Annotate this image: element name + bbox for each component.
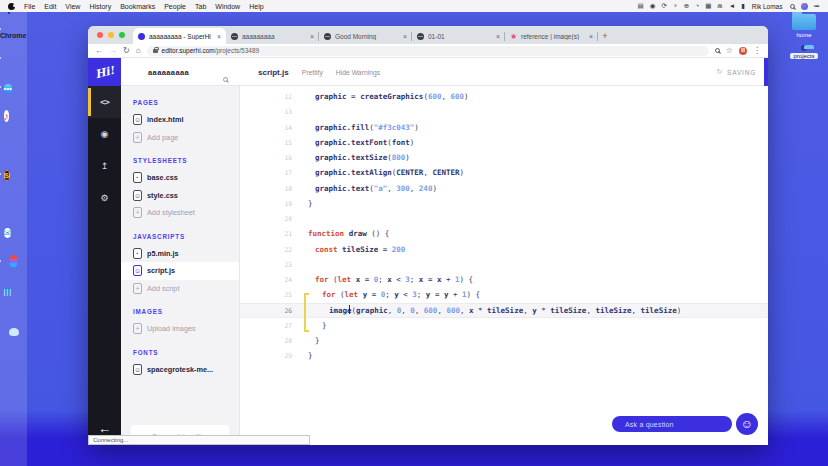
apple-menu-icon[interactable] xyxy=(8,3,15,10)
code-line-28[interactable]: 28} xyxy=(240,333,768,348)
prettify-button[interactable]: Prettify xyxy=(302,69,323,76)
code-line-25[interactable]: 25for (let y = 0; y < 3; y = y + 1) { xyxy=(240,287,768,302)
project-search[interactable] xyxy=(223,68,228,86)
code-line-21[interactable]: 21function draw () { xyxy=(240,226,768,241)
file-item-upload-images[interactable]: Upload images xyxy=(121,320,239,338)
code-line-22[interactable]: 22const tileSize = 200 xyxy=(240,242,768,257)
update-icon[interactable]: ⟳ xyxy=(661,3,666,10)
tab-close-icon[interactable]: × xyxy=(403,33,407,40)
secure-lock-icon[interactable] xyxy=(153,49,158,53)
figma-dock-icon[interactable] xyxy=(4,251,24,271)
project-name[interactable]: aaaaaaaaa xyxy=(121,58,221,86)
timemachine-icon[interactable]: ◉ xyxy=(650,3,656,10)
folder-home[interactable]: home xyxy=(792,14,816,38)
share-upload-icon[interactable]: ↥ xyxy=(88,150,121,182)
menu-item-people[interactable]: People xyxy=(164,3,186,10)
docker-icon[interactable]: ♆ xyxy=(673,3,678,10)
code-line-16[interactable]: 16graphic.textSize(800) xyxy=(240,150,768,165)
code-line-26[interactable]: 26image(graphic, 0, 0, 600, 600, x * til… xyxy=(240,303,768,318)
tab-close-icon[interactable]: × xyxy=(217,33,221,40)
clock-icon[interactable]: ◔ xyxy=(695,3,699,10)
intercom-dock-icon[interactable]: ||| xyxy=(4,280,24,300)
menu-item-tab[interactable]: Tab xyxy=(195,3,206,10)
menu-item-view[interactable]: View xyxy=(65,3,80,10)
logged-in-user[interactable]: Rik Lomas xyxy=(752,3,783,10)
minimize-window-button[interactable] xyxy=(108,32,114,38)
code-line-13[interactable]: 13 xyxy=(240,104,768,119)
tab-close-icon[interactable]: × xyxy=(310,33,314,40)
battery-icon[interactable]: ▮ xyxy=(741,3,745,10)
tab-close-icon[interactable]: × xyxy=(496,33,500,40)
home-icon[interactable]: ⌂ xyxy=(136,47,141,55)
trash-dock-icon[interactable] xyxy=(4,440,24,460)
globe-icon[interactable]: ⊕ xyxy=(684,3,689,10)
browser-profile-avatar[interactable] xyxy=(739,47,747,55)
settings-gear-icon[interactable]: ⚙ xyxy=(88,182,121,214)
code-line-18[interactable]: 18graphic.text("a", 300, 240) xyxy=(240,181,768,196)
file-item-add-script[interactable]: Add script xyxy=(121,280,239,298)
menu-item-file[interactable]: File xyxy=(24,3,35,10)
back-icon[interactable]: ← xyxy=(95,47,103,55)
ask-question-button[interactable]: Ask a question xyxy=(612,416,732,432)
code-line-27[interactable]: 27} xyxy=(240,318,768,333)
browser-tab-1[interactable]: aaaaaaaaa - SuperHi× xyxy=(133,28,226,44)
file-item-script-js[interactable]: script.js xyxy=(121,262,239,280)
tab-close-icon[interactable]: × xyxy=(589,33,593,40)
menu-item-window[interactable]: Window xyxy=(215,3,240,10)
file-item-style-css[interactable]: style.css xyxy=(121,187,239,205)
spotlight-search-icon[interactable] xyxy=(790,4,795,9)
browser-tab-4[interactable]: 01-01× xyxy=(412,29,505,44)
file-item-p5-min-js[interactable]: p5.min.js xyxy=(121,245,239,263)
new-tab-button[interactable]: + xyxy=(598,29,612,44)
slack-dock-icon[interactable] xyxy=(4,135,24,155)
file-item-add-page[interactable]: Add page xyxy=(121,129,239,147)
code-line-23[interactable]: 23 xyxy=(240,257,768,272)
notification-center-icon[interactable]: ≔ xyxy=(814,3,821,10)
keyboard-icon[interactable]: ▦ xyxy=(705,3,711,10)
superhi-logo[interactable]: Hi! xyxy=(88,58,121,86)
menu-item-help[interactable]: Help xyxy=(249,3,263,10)
file-item-spacegrotesk-me-[interactable]: spacegrotesk-me... xyxy=(121,361,239,379)
terminal-dock-icon[interactable]: $ xyxy=(4,164,24,184)
code-panel-icon[interactable]: <> xyxy=(88,86,121,118)
editor-scrollbar-thumb[interactable] xyxy=(764,58,768,86)
siri-icon[interactable] xyxy=(801,3,808,10)
airmail-dock-icon[interactable]: ✉ xyxy=(4,222,24,242)
messages-dock-icon[interactable]: ••• xyxy=(4,77,24,97)
code-line-12[interactable]: 12graphic = createGraphics(600, 600) xyxy=(240,89,768,104)
browser-tab-3[interactable]: Good Morning× xyxy=(319,29,412,44)
forward-icon[interactable]: → xyxy=(109,47,117,55)
code-line-19[interactable]: 19} xyxy=(240,196,768,211)
vscode-dock-icon[interactable] xyxy=(4,193,24,213)
zoom-window-button[interactable] xyxy=(119,32,125,38)
code-line-17[interactable]: 17graphic.textAlign(CENTER, CENTER) xyxy=(240,165,768,180)
browser-tab-5[interactable]: ★reference | image(s)× xyxy=(505,29,598,44)
browser-tab-2[interactable]: aaaaaaaaa× xyxy=(226,29,319,44)
close-window-button[interactable] xyxy=(97,32,103,38)
code-line-20[interactable]: 20 xyxy=(240,211,768,226)
bookmark-star-icon[interactable]: ☆ xyxy=(726,47,733,55)
wifi-icon[interactable]: ⋒ xyxy=(717,3,722,10)
chrome-dock-icon[interactable] xyxy=(4,48,24,68)
menu-item-history[interactable]: History xyxy=(89,3,111,10)
reload-icon[interactable]: ↻ xyxy=(123,47,130,55)
folder-projects[interactable]: projects xyxy=(790,45,817,59)
preview-eye-icon[interactable]: ◉ xyxy=(88,118,121,150)
file-item-base-css[interactable]: base.css xyxy=(121,169,239,187)
extension-search-icon[interactable] xyxy=(715,48,720,53)
code-line-15[interactable]: 15graphic.textFont(font) xyxy=(240,135,768,150)
help-smiley-button[interactable]: ☺ xyxy=(736,413,758,435)
code-line-14[interactable]: 14graphic.fill("#f3c043") xyxy=(240,120,768,135)
twitterrific-dock-icon[interactable] xyxy=(4,338,24,358)
browser-menu-icon[interactable]: ⋮ xyxy=(753,47,761,55)
hide-warnings-button[interactable]: Hide Warnings xyxy=(336,69,380,76)
code-line-24[interactable]: 24for (let x = 0; x < 3; x = x + 1) { xyxy=(240,272,768,287)
code-line-29[interactable]: 29} xyxy=(240,348,768,363)
music-dock-icon[interactable]: ♪ xyxy=(4,106,24,126)
menu-item-bookmarks[interactable]: Bookmarks xyxy=(120,3,155,10)
display-icon[interactable]: ▤ xyxy=(638,3,644,10)
file-item-index-html[interactable]: index.html xyxy=(121,111,239,129)
screen-capture-dock-icon[interactable] xyxy=(4,309,24,329)
volume-icon[interactable]: ◄ xyxy=(729,3,735,10)
menu-item-edit[interactable]: Edit xyxy=(44,3,56,10)
